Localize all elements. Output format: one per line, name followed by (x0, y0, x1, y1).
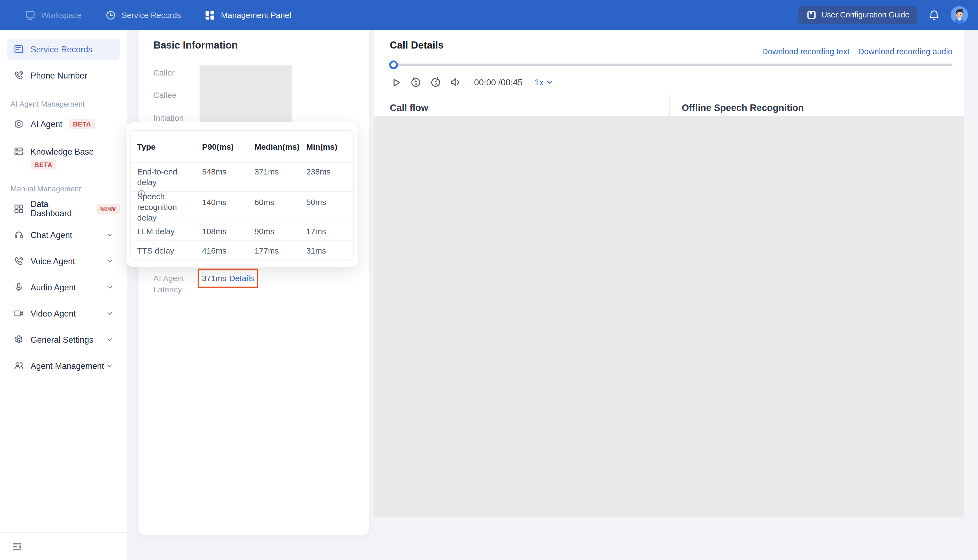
row-type: LLM delay (137, 226, 202, 237)
sidebar-item-knowledge-base[interactable]: Knowledge Base BETA (7, 140, 120, 176)
collapse-sidebar-icon[interactable] (13, 542, 22, 551)
chevron-down-icon (106, 231, 114, 238)
ai-agent-icon (13, 119, 24, 129)
sidebar-item-voice-agent[interactable]: Voice Agent (7, 250, 120, 272)
bell-icon[interactable] (928, 9, 940, 21)
audio-progress-track[interactable] (393, 63, 952, 66)
sidebar-item-agent-management[interactable]: Agent Management (7, 355, 120, 377)
play-button[interactable] (391, 77, 402, 88)
basic-information-title: Basic Information (153, 40, 238, 51)
sidebar-list: Service Records Phone Number AI Agent Ma… (0, 30, 127, 377)
sidebar-section-title-manual: Manual Management (11, 185, 127, 193)
guide-book-icon (806, 10, 816, 20)
sidebar-item-label: General Settings (30, 335, 93, 344)
col-type: Type (137, 142, 202, 151)
chevron-down-icon (106, 362, 114, 370)
sidebar-item-chat-agent[interactable]: Chat Agent (7, 224, 120, 246)
row-p90: 140ms (202, 197, 254, 207)
chevron-down-icon (106, 283, 114, 291)
col-min: Min(ms) (306, 142, 353, 151)
table-row: Speech recognition delay 140ms 60ms 50ms (131, 192, 353, 222)
svg-text:5: 5 (435, 80, 437, 86)
download-recording-text-link[interactable]: Download recording text (762, 47, 849, 56)
service-records-icon (13, 44, 24, 54)
sidebar-item-general-settings[interactable]: General Settings (7, 329, 120, 350)
offline-speech-recognition-header: Offline Speech Recognition (682, 102, 804, 113)
svg-text:5: 5 (414, 80, 417, 86)
application-window: Workspace Service Records Management Pan… (0, 0, 978, 560)
beta-badge: BETA (69, 119, 95, 129)
audio-progress-handle[interactable] (389, 60, 398, 69)
field-label-callee: Callee (153, 90, 176, 100)
app-canvas: Workspace Service Records Management Pan… (0, 0, 978, 560)
user-avatar[interactable] (950, 6, 968, 24)
guide-button-label: User Configuration Guide (821, 11, 909, 19)
basic-information-card: Basic Information Caller Callee Initiati… (138, 30, 369, 535)
sidebar-item-audio-agent[interactable]: Audio Agent (7, 277, 120, 298)
sidebar-item-label: Audio Agent (30, 283, 76, 292)
forward-5s-button[interactable]: 5 (430, 76, 441, 88)
knowledge-base-icon (13, 147, 24, 157)
sidebar-item-ai-agent[interactable]: AI Agent BETA (7, 113, 120, 135)
row-median: 90ms (254, 226, 306, 237)
chat-agent-icon (13, 230, 24, 240)
data-dashboard-icon (13, 204, 24, 214)
sidebar-item-label: Voice Agent (30, 257, 75, 266)
col-median: Median(ms) (254, 142, 306, 151)
chevron-down-icon (545, 78, 553, 86)
nav-tab-management-panel[interactable]: Management Panel (205, 10, 291, 20)
sidebar-item-data-dashboard[interactable]: Data Dashboard NEW (7, 198, 120, 220)
col-p90: P90(ms) (202, 142, 254, 151)
sidebar: Service Records Phone Number AI Agent Ma… (0, 30, 127, 560)
chevron-down-icon (106, 336, 114, 343)
sidebar-item-label: Knowledge Base (30, 147, 94, 156)
row-p90: 108ms (202, 226, 254, 237)
table-row: LLM delay 108ms 90ms 17ms (131, 222, 353, 240)
download-recording-audio-link[interactable]: Download recording audio (858, 47, 952, 56)
sidebar-section-title-ai: AI Agent Management (11, 100, 127, 108)
sidebar-item-label: Data Dashboard (30, 199, 90, 218)
time-display: 00:00 /00:45 (474, 77, 523, 87)
sidebar-item-video-agent[interactable]: Video Agent (7, 303, 120, 324)
row-median: 371ms (254, 166, 306, 177)
phone-icon (13, 70, 24, 80)
volume-icon[interactable] (450, 77, 461, 88)
sidebar-item-service-records[interactable]: Service Records (7, 39, 120, 60)
monitor-icon (25, 10, 35, 20)
main-content: Basic Information Caller Callee Initiati… (127, 30, 978, 560)
chevron-down-icon (106, 205, 114, 212)
latency-details-popover: Type P90(ms) Median(ms) Min(ms) End-to-e… (127, 122, 358, 267)
call-flow-header: Call flow (390, 102, 428, 113)
nav-tab-workspace[interactable]: Workspace (25, 10, 82, 20)
row-min: 17ms (306, 226, 353, 237)
video-agent-icon (13, 308, 24, 318)
sidebar-item-label: AI Agent (30, 119, 62, 129)
sidebar-item-phone-number[interactable]: Phone Number (7, 65, 120, 86)
row-median: 177ms (254, 246, 306, 256)
ai-agent-latency-label: AI Agent Latency (153, 273, 195, 295)
grid-icon (205, 10, 215, 20)
top-navbar: Workspace Service Records Management Pan… (0, 0, 978, 30)
table-row: TTS delay 416ms 177ms 31ms (131, 240, 353, 261)
sidebar-item-label: Phone Number (30, 71, 87, 80)
sidebar-item-label: Service Records (30, 45, 92, 54)
voice-agent-icon (13, 256, 24, 266)
row-type: TTS delay (137, 246, 202, 256)
nav-tab-service-records[interactable]: Service Records (105, 10, 181, 20)
empty-content-area (374, 116, 964, 517)
field-label-initiation: Initiation (153, 113, 184, 123)
field-label-caller: Caller (153, 68, 175, 77)
chevron-down-icon (106, 257, 114, 265)
column-divider (669, 95, 670, 116)
user-configuration-guide-button[interactable]: User Configuration Guide (798, 6, 918, 24)
row-min: 31ms (306, 246, 353, 256)
playback-speed-control[interactable]: 1x (535, 77, 553, 87)
latency-table: Type P90(ms) Median(ms) Min(ms) End-to-e… (130, 130, 354, 261)
row-median: 60ms (254, 197, 306, 207)
sidebar-footer (0, 532, 127, 560)
latency-details-link[interactable]: Details (229, 273, 254, 283)
speed-value: 1x (535, 77, 544, 87)
rewind-5s-button[interactable]: 5 (410, 76, 421, 88)
audio-player-controls: 5 5 00:00 /00:45 1x (391, 75, 553, 90)
table-row: End-to-end delay 548ms 371ms 238ms (131, 163, 353, 192)
